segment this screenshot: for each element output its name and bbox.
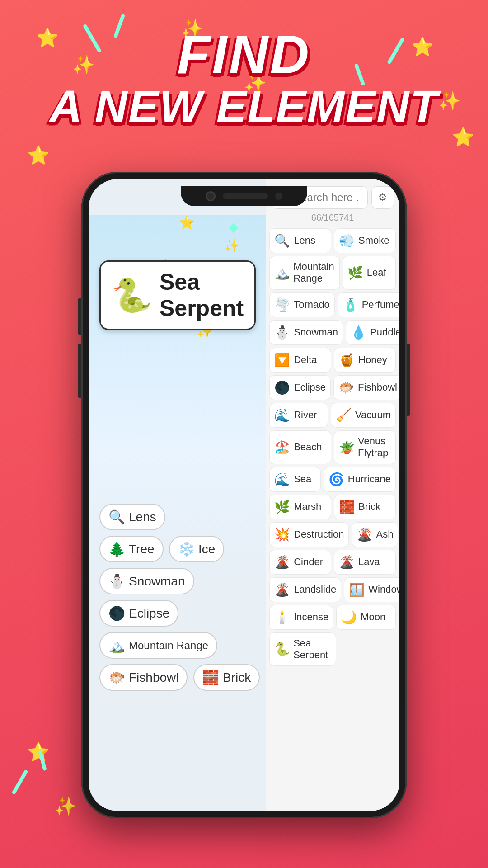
element-icon: 🌊 xyxy=(274,408,290,423)
element-row-7: 🏖️ Beach 🪴 Venus Flytrap xyxy=(269,430,396,464)
element-card-landslide[interactable]: 🌋 Landslide xyxy=(269,577,341,602)
element-card-river[interactable]: 🌊 River xyxy=(269,403,328,428)
notch-speaker xyxy=(223,193,268,199)
element-name: Incense xyxy=(294,611,328,623)
element-icon: 🐡 xyxy=(338,380,354,395)
tree-chip-label: Tree xyxy=(129,542,155,557)
element-card-ash[interactable]: 🌋 Ash xyxy=(352,522,398,547)
element-card-eclipse[interactable]: 🌑 Eclipse xyxy=(269,375,331,400)
element-card-smoke[interactable]: 💨 Smoke xyxy=(334,228,396,253)
element-icon: 🌿 xyxy=(347,265,363,280)
element-card-vacuum[interactable]: 🧹 Vacuum xyxy=(331,403,396,428)
element-icon: 🌿 xyxy=(274,500,290,514)
lens-chip-icon: 🔍 xyxy=(108,509,125,525)
element-card-marsh[interactable]: 🌿 Marsh xyxy=(269,495,331,519)
spark-5 xyxy=(12,769,28,795)
element-name: Destruction xyxy=(294,528,344,540)
game-chip-mountain[interactable]: 🏔️ Mountain Range xyxy=(99,632,217,659)
element-name: Honey xyxy=(358,354,387,366)
element-card-sea-serpent[interactable]: 🐍 Sea Serpent xyxy=(269,632,336,666)
game-chip-ice[interactable]: ❄️ Ice xyxy=(169,536,224,562)
eclipse-chip-label: Eclipse xyxy=(129,606,169,621)
element-card-perfume[interactable]: 🧴 Perfume xyxy=(338,292,399,317)
game-star-1: ⭐ xyxy=(179,215,195,230)
game-confetti-2: ◆ xyxy=(229,220,239,235)
phone-button-volume-down xyxy=(78,344,81,398)
element-name: Tornado xyxy=(294,299,330,311)
element-card-cinder[interactable]: 🌋 Cinder xyxy=(269,550,331,575)
element-card-tornado[interactable]: 🌪️ Tornado xyxy=(269,292,335,317)
element-row-2: 🌪️ Tornado 🧴 Perfume xyxy=(269,292,396,317)
game-elements-container: 🔍 Lens 🌲 Tree ❄️ Ice xyxy=(98,501,262,693)
element-card-leaf[interactable]: 🌿 Leaf xyxy=(343,256,396,290)
element-card-hurricane[interactable]: 🌀 Hurricane xyxy=(324,467,396,492)
element-name: Sea xyxy=(294,473,311,485)
game-chip-tree[interactable]: 🌲 Tree xyxy=(99,536,164,562)
game-chip-lens[interactable]: 🔍 Lens xyxy=(99,504,165,530)
element-icon: ⛄ xyxy=(274,325,290,340)
element-name: Cinder xyxy=(294,556,323,568)
element-card-honey[interactable]: 🍯 Honey xyxy=(334,348,396,373)
element-row-14: 🐍 Sea Serpent xyxy=(269,632,396,666)
phone-screen: ⭐ ✨ ◆ ⭐ ◆ ✨ ◆ 🐍 SeaSerpent xyxy=(89,179,399,811)
element-name: Marsh xyxy=(294,501,321,513)
element-card-window[interactable]: 🪟 Window xyxy=(344,577,399,602)
result-name: SeaSerpent xyxy=(160,269,244,321)
game-chip-brick[interactable]: 🧱 Brick xyxy=(193,664,260,691)
element-card-delta[interactable]: 🔽 Delta xyxy=(269,348,331,373)
game-chip-fishbowl[interactable]: 🐡 Fishbowl xyxy=(99,664,188,691)
element-row-13: 🕯️ Incense 🌙 Moon xyxy=(269,605,396,630)
snowman-chip-icon: ⛄ xyxy=(108,573,125,589)
element-name: Eclipse xyxy=(294,382,326,393)
result-box: 🐍 SeaSerpent xyxy=(99,260,256,330)
eclipse-chip-icon: 🌑 xyxy=(108,605,125,621)
mountain-chip-label: Mountain Range xyxy=(129,639,208,652)
element-card-sea[interactable]: 🌊 Sea xyxy=(269,467,320,492)
element-icon: 🏖️ xyxy=(274,440,290,455)
element-name: Brick xyxy=(358,501,380,513)
element-row-10: 💥 Destruction 🌋 Ash xyxy=(269,522,396,547)
element-icon: 🌀 xyxy=(328,472,344,487)
element-icon: 💧 xyxy=(351,325,366,340)
element-row-1: 🏔️ Mountain Range 🌿 Leaf xyxy=(269,256,396,290)
ice-chip-label: Ice xyxy=(198,542,215,557)
element-name: Perfume xyxy=(362,299,399,311)
phone-button-volume-up xyxy=(78,298,81,335)
element-icon: 🌪️ xyxy=(274,297,290,312)
element-icon: 🌋 xyxy=(357,527,372,542)
element-icon: 🌙 xyxy=(341,610,357,625)
element-card-mountain-range[interactable]: 🏔️ Mountain Range xyxy=(269,256,340,290)
element-icon: 🐍 xyxy=(274,642,290,656)
element-icon: 🌊 xyxy=(274,472,290,487)
element-row-12: 🌋 Landslide 🪟 Window xyxy=(269,577,396,602)
phone-button-power xyxy=(407,344,410,416)
element-card-lens[interactable]: 🔍 Lens xyxy=(269,228,331,253)
element-card-snowman[interactable]: ⛄ Snowman xyxy=(269,320,343,345)
element-name: Fishbowl xyxy=(358,382,397,393)
game-chip-snowman[interactable]: ⛄ Snowman xyxy=(99,568,194,594)
element-card-beach[interactable]: 🏖️ Beach xyxy=(269,430,331,464)
title-line2: A NEW ELEMENT xyxy=(0,81,488,131)
element-card-venus-flytrap[interactable]: 🪴 Venus Flytrap xyxy=(334,430,396,464)
element-icon: 🧹 xyxy=(336,408,352,423)
element-card-incense[interactable]: 🕯️ Incense xyxy=(269,605,333,630)
element-icon: 🪴 xyxy=(339,440,354,455)
game-chip-eclipse[interactable]: 🌑 Eclipse xyxy=(99,600,178,627)
element-card-brick[interactable]: 🧱 Brick xyxy=(334,495,396,519)
element-card-fishbowl[interactable]: 🐡 Fishbowl xyxy=(333,375,399,400)
element-card-lava[interactable]: 🌋 Lava xyxy=(334,550,396,575)
element-row-11: 🌋 Cinder 🌋 Lava xyxy=(269,550,396,575)
title-area: FIND A NEW ELEMENT xyxy=(0,0,488,131)
element-icon: 🧴 xyxy=(343,297,358,312)
element-name: Landslide xyxy=(294,584,336,595)
element-card-destruction[interactable]: 💥 Destruction xyxy=(269,522,349,547)
filter-button[interactable]: ⚙ xyxy=(371,186,394,209)
panel-right: 🔍 ⚙ 66/165741 🔍 Lens 💨 Smoke xyxy=(266,179,399,811)
element-name: Smoke xyxy=(358,235,389,246)
element-name: Puddle xyxy=(370,326,399,338)
star-deco-10: ✨ xyxy=(54,796,77,817)
element-icon: 🧱 xyxy=(339,500,355,514)
element-card-moon[interactable]: 🌙 Moon xyxy=(336,605,396,630)
element-card-puddle[interactable]: 💧 Puddle xyxy=(346,320,399,345)
element-icon: 🍯 xyxy=(339,353,355,368)
